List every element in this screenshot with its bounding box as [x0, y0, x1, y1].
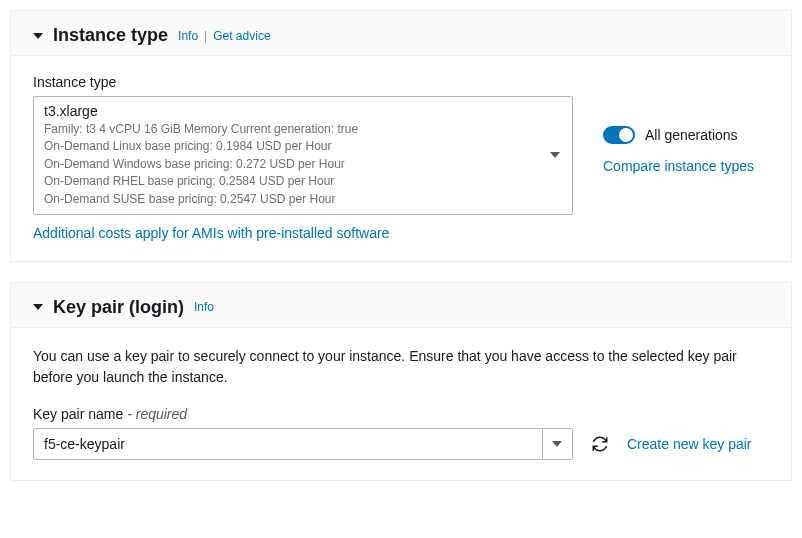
instance-type-select[interactable]: t3.xlarge Family: t3 4 vCPU 16 GiB Memor… [33, 96, 573, 215]
kp-label-text: Key pair name [33, 406, 123, 422]
instance-type-label: Instance type [33, 74, 769, 90]
refresh-icon[interactable] [591, 435, 609, 453]
info-link[interactable]: Info [178, 29, 198, 43]
info-link[interactable]: Info [194, 300, 214, 314]
key-pair-value: f5-ce-keypair [44, 436, 125, 452]
instance-type-header-links: Info | Get advice [178, 29, 271, 43]
key-pair-title: Key pair (login) [53, 297, 184, 318]
instance-type-panel: Instance type Info | Get advice Instance… [10, 10, 792, 262]
key-pair-description: You can use a key pair to securely conne… [33, 346, 769, 388]
key-pair-body: You can use a key pair to securely conne… [11, 327, 791, 480]
get-advice-link[interactable]: Get advice [213, 29, 270, 43]
detail-line: On-Demand SUSE base pricing: 0.2547 USD … [44, 191, 542, 208]
compare-instance-types-link[interactable]: Compare instance types [603, 158, 754, 174]
key-pair-name-label: Key pair name - required [33, 406, 769, 422]
all-generations-toggle[interactable] [603, 126, 635, 144]
caret-down-icon [33, 304, 43, 310]
key-pair-select[interactable]: f5-ce-keypair [33, 428, 573, 460]
instance-type-details: Family: t3 4 vCPU 16 GiB Memory Current … [44, 121, 542, 208]
all-generations-label: All generations [645, 127, 738, 143]
instance-type-header[interactable]: Instance type Info | Get advice [11, 11, 791, 55]
chevron-down-icon [550, 152, 560, 158]
key-pair-panel: Key pair (login) Info You can use a key … [10, 282, 792, 481]
caret-down-icon [33, 33, 43, 39]
instance-type-value: t3.xlarge [44, 103, 542, 119]
detail-line: On-Demand RHEL base pricing: 0.2584 USD … [44, 173, 542, 190]
detail-line: Family: t3 4 vCPU 16 GiB Memory Current … [44, 121, 542, 138]
additional-costs-link[interactable]: Additional costs apply for AMIs with pre… [33, 225, 389, 241]
detail-line: On-Demand Windows base pricing: 0.272 US… [44, 156, 542, 173]
create-key-pair-link[interactable]: Create new key pair [627, 436, 752, 452]
instance-type-title: Instance type [53, 25, 168, 46]
kp-required-text: - required [127, 406, 187, 422]
key-pair-header-links: Info [194, 300, 214, 314]
detail-line: On-Demand Linux base pricing: 0.1984 USD… [44, 138, 542, 155]
chevron-down-icon [552, 441, 562, 447]
instance-type-body: Instance type t3.xlarge Family: t3 4 vCP… [11, 55, 791, 261]
link-separator: | [204, 29, 207, 43]
key-pair-header[interactable]: Key pair (login) Info [11, 283, 791, 327]
